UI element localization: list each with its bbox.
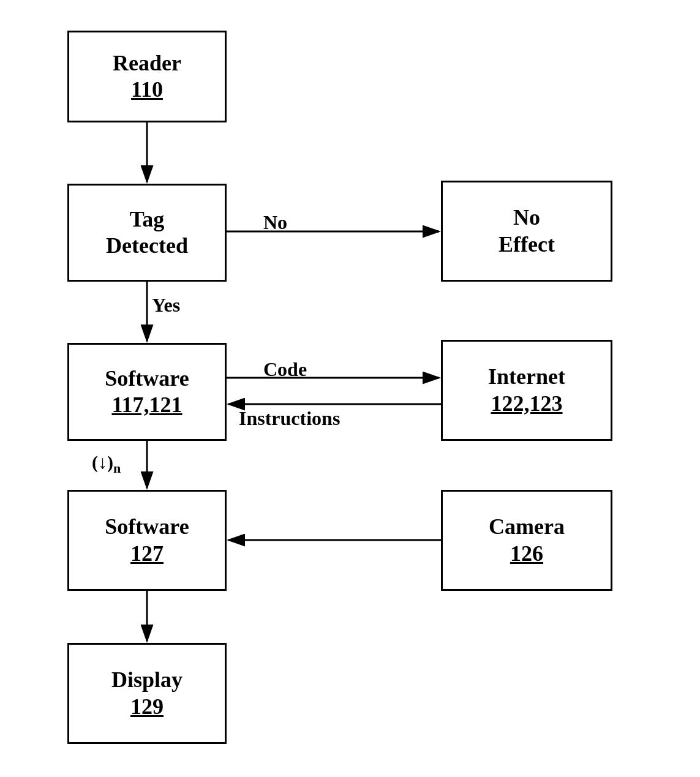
software-127-number: 127 [130, 541, 164, 567]
no-effect-box: NoEffect [441, 181, 612, 282]
camera-label: Camera [489, 514, 565, 540]
software-127-box: Software 127 [67, 490, 227, 591]
no-effect-label: NoEffect [499, 205, 555, 257]
reader-label: Reader [113, 50, 181, 77]
reader-box: Reader 110 [67, 31, 227, 122]
software-117-label: Software [105, 366, 189, 392]
display-box: Display 129 [67, 643, 227, 744]
software-117-box: Software 117,121 [67, 343, 227, 441]
display-label: Display [111, 667, 183, 693]
yes-arrow-label: Yes [152, 294, 180, 317]
camera-number: 126 [510, 541, 543, 567]
software-127-label: Software [105, 514, 189, 540]
flowchart-diagram: Reader 110 TagDetected NoEffect Software… [0, 0, 700, 777]
code-arrow-label: Code [263, 358, 307, 381]
internet-label: Internet [488, 364, 565, 390]
display-number: 129 [130, 694, 164, 720]
tag-detected-label: TagDetected [106, 206, 188, 259]
internet-box: Internet 122,123 [441, 340, 612, 441]
internet-number: 122,123 [491, 391, 563, 417]
instructions-arrow-label: Instructions [239, 407, 340, 430]
reader-number: 110 [131, 77, 163, 103]
camera-box: Camera 126 [441, 490, 612, 591]
loop-n-arrow-label: (↓)n [92, 452, 121, 476]
tag-detected-box: TagDetected [67, 184, 227, 282]
no-arrow-label: No [263, 211, 287, 234]
software-117-number: 117,121 [111, 392, 182, 418]
